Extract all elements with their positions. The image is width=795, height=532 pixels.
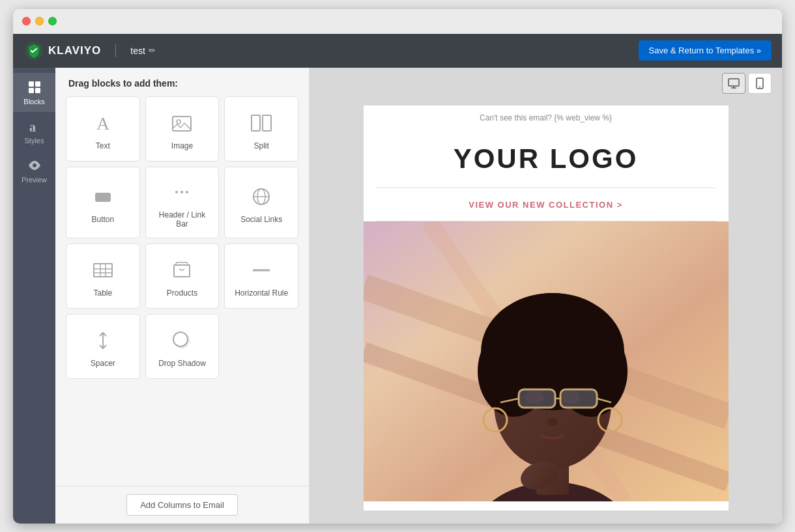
email-canvas[interactable]: Can't see this email? {% web_view %} YOU…: [310, 99, 782, 524]
svg-rect-30: [729, 79, 739, 86]
preview-toolbar: [310, 68, 782, 99]
block-social-links[interactable]: Social Links: [224, 167, 298, 238]
sidebar-item-preview[interactable]: Preview: [13, 151, 55, 190]
block-header-link-bar[interactable]: Header / Link Bar: [145, 167, 220, 238]
block-products[interactable]: Products: [145, 244, 220, 309]
mobile-icon: [755, 77, 764, 89]
styles-icon: a: [27, 119, 42, 134]
main-content: Blocks a Styles Preview: [13, 68, 782, 524]
blocks-panel: Drag blocks to add them: A Text: [55, 68, 310, 524]
svg-point-7: [33, 163, 36, 167]
header-block-label: Header / Link Bar: [152, 210, 212, 229]
rule-block-label: Horizontal Rule: [235, 288, 288, 298]
table-block-icon: [91, 259, 115, 282]
svg-rect-20: [94, 264, 112, 277]
browser-window: KLAVIYO test ✏ Save & Return to Template…: [13, 9, 782, 524]
block-button[interactable]: Button: [66, 167, 140, 238]
block-table[interactable]: Table: [66, 244, 140, 309]
svg-point-16: [186, 191, 188, 193]
svg-point-29: [173, 332, 188, 346]
email-logo-text: YOUR LOGO: [377, 143, 716, 175]
svg-rect-1: [29, 81, 34, 87]
block-text[interactable]: A Text: [66, 96, 140, 161]
mobile-view-button[interactable]: [748, 73, 772, 94]
svg-point-53: [547, 418, 558, 426]
rule-block-icon: [250, 259, 273, 282]
desktop-icon: [728, 78, 740, 89]
nav-divider: [115, 44, 116, 57]
email-content: Can't see this email? {% web_view %} YOU…: [364, 105, 729, 511]
sidebar-preview-label: Preview: [22, 176, 47, 184]
email-cta-text: VIEW OUR NEW COLLECTION >: [469, 200, 622, 210]
blocks-icon: [27, 79, 42, 95]
dot-red[interactable]: [22, 17, 31, 25]
svg-point-15: [181, 191, 183, 193]
header-block-icon: [170, 180, 194, 204]
preview-area: Can't see this email? {% web_view %} YOU…: [310, 68, 782, 524]
svg-point-14: [175, 191, 178, 193]
preview-icon: [27, 158, 42, 173]
email-logo-section: YOUR LOGO: [364, 130, 729, 188]
split-block-label: Split: [253, 141, 268, 150]
add-columns-button[interactable]: Add Columns to Email: [126, 494, 238, 516]
klaviyo-logo: KLAVIYO: [23, 40, 101, 61]
klaviyo-brand-text: KLAVIYO: [48, 44, 101, 57]
svg-point-34: [759, 86, 760, 87]
button-block-icon: [91, 185, 115, 208]
browser-dots: [22, 17, 57, 25]
svg-rect-12: [263, 115, 271, 131]
products-block-icon: [170, 259, 194, 282]
text-block-icon: A: [91, 111, 115, 135]
app-container: KLAVIYO test ✏ Save & Return to Template…: [13, 34, 782, 524]
split-block-icon: [250, 111, 273, 135]
svg-rect-9: [173, 117, 191, 131]
svg-rect-3: [29, 88, 34, 93]
edit-icon[interactable]: ✏: [149, 46, 156, 55]
sidebar-item-styles[interactable]: a Styles: [13, 112, 55, 151]
svg-rect-2: [35, 81, 40, 87]
block-horizontal-rule[interactable]: Horizontal Rule: [224, 244, 298, 309]
shadow-block-icon: [170, 329, 194, 352]
email-preheader: Can't see this email? {% web_view %}: [364, 105, 729, 130]
sidebar-item-blocks[interactable]: Blocks: [13, 73, 55, 112]
block-split[interactable]: Split: [224, 96, 298, 161]
social-block-label: Social Links: [240, 215, 282, 224]
browser-titlebar: [13, 9, 782, 34]
spacer-block-label: Spacer: [91, 359, 115, 368]
svg-rect-11: [252, 115, 260, 131]
sidebar-icons: Blocks a Styles Preview: [13, 68, 55, 524]
button-block-label: Button: [91, 215, 114, 224]
block-image[interactable]: Image: [145, 96, 220, 161]
project-name-text: test: [130, 46, 145, 56]
email-hero-image: [364, 221, 729, 501]
drop-shadow-block-label: Drop Shadow: [158, 359, 206, 368]
desktop-view-button[interactable]: [722, 73, 745, 94]
svg-rect-4: [35, 88, 40, 93]
dot-green[interactable]: [48, 17, 57, 25]
image-block-label: Image: [171, 141, 193, 150]
klaviyo-icon: [23, 40, 44, 61]
text-block-label: Text: [96, 141, 110, 150]
svg-rect-13: [95, 193, 111, 202]
blocks-footer: Add Columns to Email: [55, 486, 309, 524]
dot-yellow[interactable]: [35, 17, 44, 25]
email-cta-section: VIEW OUR NEW COLLECTION >: [364, 188, 729, 221]
sidebar-blocks-label: Blocks: [23, 98, 44, 105]
svg-text:a: a: [29, 120, 36, 134]
products-block-label: Products: [167, 288, 197, 298]
table-block-label: Table: [93, 288, 112, 298]
image-block-icon: [170, 111, 194, 135]
spacer-block-icon: [91, 329, 115, 352]
blocks-grid: A Text I: [55, 96, 309, 389]
sidebar-styles-label: Styles: [25, 137, 44, 145]
project-name: test ✏: [130, 46, 156, 56]
top-nav: KLAVIYO test ✏ Save & Return to Template…: [13, 34, 782, 68]
svg-point-45: [494, 293, 611, 371]
hero-svg: [364, 221, 729, 501]
block-drop-shadow[interactable]: Drop Shadow: [145, 314, 220, 379]
block-spacer[interactable]: Spacer: [66, 314, 140, 379]
save-return-button[interactable]: Save & Return to Templates »: [639, 40, 772, 61]
svg-rect-48: [519, 389, 555, 408]
svg-text:A: A: [96, 113, 110, 133]
social-block-icon: [250, 185, 273, 208]
